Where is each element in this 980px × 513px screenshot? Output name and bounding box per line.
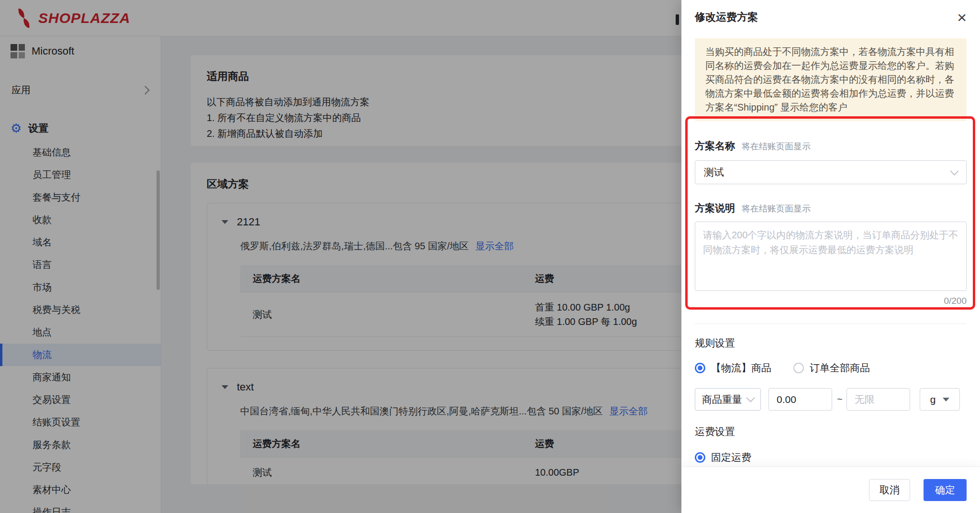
page: SHOPLAZZA Microsoft 应用 ⚙ 设置 基础信息 员工管理 套餐… [0,0,980,513]
dimension-select[interactable]: 商品重量 [695,388,761,411]
radio-label: 【物流】商品 [711,361,771,375]
plan-name-value: 测试 [704,166,724,179]
radio-all-order-products[interactable]: 订单全部商品 [793,361,870,375]
rules-section-label: 规则设置 [695,336,967,350]
radio-label: 固定运费 [711,451,751,464]
radio-checked-icon [695,363,705,373]
chevron-down-icon [746,393,755,402]
chevron-down-icon [950,167,958,175]
cancel-button[interactable]: 取消 [869,479,910,501]
unit-value: g [930,394,936,405]
plan-name-label: 方案名称 [695,139,735,153]
drawer-title: 修改运费方案 [695,10,758,24]
radio-label: 订单全部商品 [810,361,870,375]
plan-name-select[interactable]: 测试 [695,160,967,184]
unit-select[interactable]: g [920,388,960,411]
dimension-value: 商品重量 [702,393,742,406]
range-max-input[interactable] [846,388,910,411]
radio-unchecked-icon [793,363,804,373]
plan-desc-label: 方案说明 [695,201,735,215]
modal-backdrop [0,0,681,513]
edit-shipping-plan-drawer: 修改运费方案 × 当购买的商品处于不同物流方案中，若各物流方案中具有相同名称的运… [681,0,980,513]
radio-fixed-fee[interactable]: 固定运费 [695,451,967,464]
plan-name-hint: 将在结账页面显示 [742,141,811,152]
close-icon[interactable]: × [957,9,967,25]
plan-desc-textarea[interactable] [695,222,967,291]
fee-section-label: 运费设置 [695,425,967,438]
section-divider [695,323,967,324]
plan-desc-hint: 将在结账页面显示 [742,203,811,214]
confirm-button[interactable]: 确定 [924,479,967,501]
warning-notice: 当购买的商品处于不同物流方案中，若各物流方案中具有相同名称的运费会加在一起作为总… [695,38,967,121]
radio-checked-icon [695,452,705,463]
radio-logistics-products[interactable]: 【物流】商品 [695,361,771,375]
char-counter: 0/200 [695,296,967,306]
caret-down-icon [943,398,949,401]
drawer-footer: 取消 确定 [681,467,980,513]
range-min-input[interactable] [768,388,832,411]
tilde-separator: ~ [837,394,843,405]
drawer-body: 修改运费方案 × 当购买的商品处于不同物流方案中，若各物流方案中具有相同名称的运… [681,0,980,467]
